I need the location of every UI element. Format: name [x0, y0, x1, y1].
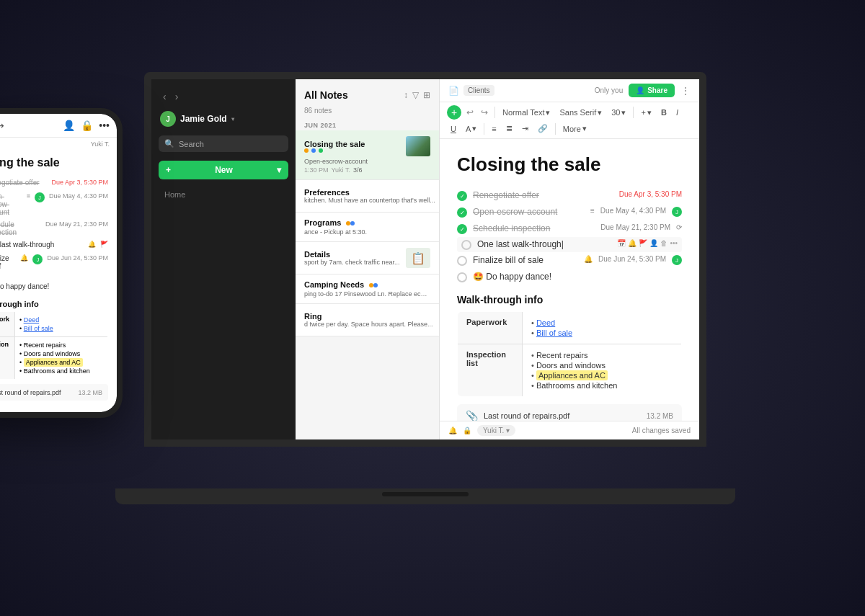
format-button[interactable]: + ▾	[637, 106, 655, 120]
add-content-button[interactable]: +	[447, 105, 461, 120]
footer-user[interactable]: Yuki T. ▾	[477, 425, 515, 436]
search-button[interactable]: 🔍 Search	[159, 135, 288, 152]
list-item[interactable]: Preferences kitchen. Must have an counte…	[296, 180, 439, 213]
table-cell-label: Paperwork	[458, 312, 523, 344]
bullet-list-button[interactable]: ≡	[488, 122, 500, 135]
font-size-button[interactable]: 30 ▾	[608, 106, 629, 120]
task-item[interactable]: 🤩 Do happy dance!	[0, 280, 108, 294]
underline-button[interactable]: U	[447, 122, 460, 135]
task-item[interactable]: One last walk-through| 📅 🔔 🚩 👤 🗑 •••	[457, 237, 682, 252]
calendar-icon[interactable]: 📅	[617, 239, 626, 247]
task-checkbox[interactable]	[457, 272, 467, 282]
task-item[interactable]: ✓ Schedule inspection Due May 21, 2:30 P…	[457, 220, 682, 237]
table-row: Inspection list Recent repairs Doors and…	[0, 337, 108, 380]
list-item[interactable]: Programs ance - Pickup at 5:30.	[296, 213, 439, 242]
phone-note-title: Closing the sale	[0, 156, 108, 169]
color-button[interactable]: A ▾	[462, 122, 480, 135]
grid-icon[interactable]: ⊞	[423, 90, 430, 100]
note-thumbnail	[406, 136, 430, 156]
filter-icon[interactable]: ▽	[412, 90, 419, 100]
text-style-button[interactable]: Normal Text ▾	[499, 106, 554, 120]
note-preview: d twice per day. Space hours apart. Plea…	[304, 321, 432, 328]
format-icon: +	[641, 108, 645, 117]
sync-icon: ⟳	[676, 223, 682, 231]
color-icon: A	[466, 125, 471, 133]
list-item: Doors and windows	[19, 349, 103, 358]
task-item[interactable]: ✓ Renegotiate offer Due Apr 3, 5:30 PM	[0, 177, 108, 190]
file-name: Last round of repairs.pdf	[484, 411, 641, 420]
sidebar-item-home[interactable]: Home	[159, 187, 288, 202]
table-cell-label: Paperwork	[0, 312, 15, 337]
only-you-text: Only you	[595, 86, 623, 94]
deed-link[interactable]: Deed	[24, 316, 40, 323]
bell-icon[interactable]: 🔔	[628, 239, 636, 247]
user-icon[interactable]: 👤	[649, 239, 658, 247]
user-tag: Yuki T.	[91, 140, 110, 148]
bold-button[interactable]: B	[657, 106, 670, 119]
task-text: Open-escrow-account	[0, 192, 21, 216]
flag-icon: 🚩	[100, 241, 108, 248]
task-checkbox[interactable]: ✓	[457, 224, 467, 234]
task-checkbox[interactable]	[457, 256, 467, 266]
task-text: Schedule inspection	[0, 220, 41, 236]
task-item[interactable]: One last walk-through 🔔 🚩	[0, 238, 108, 252]
back-button[interactable]: ‹	[160, 89, 169, 104]
file-attachment[interactable]: 📎 Last round of repairs.pdf 13.2 MB	[457, 404, 682, 421]
flag-icon[interactable]: 🚩	[639, 239, 647, 247]
deed-link[interactable]: Deed	[536, 318, 555, 327]
more-icon[interactable]: •••	[670, 239, 678, 247]
redo-button[interactable]: ↪	[478, 106, 491, 119]
section-title: Walk-through info	[457, 294, 682, 305]
ordered-list-button[interactable]: ≣	[502, 122, 516, 135]
more-button[interactable]: More ▾	[559, 122, 590, 135]
task-item[interactable]: ✓ Schedule inspection Due May 21, 2:30 P…	[0, 218, 108, 238]
list-item[interactable]: Ring d twice per day. Space hours apart.…	[296, 304, 439, 336]
font-button[interactable]: Sans Serif ▾	[556, 106, 606, 120]
new-note-button[interactable]: + New ▾	[159, 161, 288, 179]
table-cell-content: Deed Bill of sale	[15, 312, 108, 337]
phone-clients-tag: 📄 Clients Yuki T.	[0, 138, 117, 151]
task-actions: 📅 🔔 🚩 👤 🗑 •••	[617, 239, 678, 247]
notes-panel: All Notes ↕ ▽ ⊞ 86 notes JUN 2021	[296, 79, 440, 439]
list-item[interactable]: Camping Needs ping to-do 17 Pinsewood Ln…	[296, 274, 439, 304]
table-row: Inspection list Recent repairs Doors and…	[458, 344, 682, 397]
task-item[interactable]: ✓ Open-escrow-account ≡ J Due May 4, 4:3…	[0, 190, 108, 218]
forward-button[interactable]: ›	[172, 89, 182, 104]
chevron-down-icon: ▾	[647, 108, 652, 117]
list-item[interactable]: Closing the sale Open-	[296, 130, 439, 180]
link-button[interactable]: 🔗	[534, 122, 551, 135]
task-item[interactable]: 🤩 Do happy dance!	[457, 269, 682, 285]
sidebar-user[interactable]: J Jamie Gold ▾	[151, 107, 296, 131]
more-options-icon[interactable]: •••	[99, 120, 110, 131]
redo-icon[interactable]: ↪	[0, 120, 4, 131]
clients-tag[interactable]: Clients	[463, 85, 494, 96]
task-item[interactable]: Finalize bill of sale 🔔 Due Jun 24, 5:30…	[457, 252, 682, 269]
trash-icon[interactable]: 🗑	[660, 239, 667, 247]
person-icon[interactable]: 👤	[63, 120, 75, 131]
task-item[interactable]: ✓ Renegotiate offer Due Apr 3, 5:30 PM	[457, 187, 682, 204]
indent-button[interactable]: ⇥	[518, 122, 532, 135]
more-options-icon[interactable]: ⋮	[680, 85, 691, 97]
phone-screen: ✓ ↩ ↪ 👤 🔒 ••• 📄 Clients Yuki T. Closin	[0, 114, 117, 412]
share-button[interactable]: 👤 Share	[629, 84, 675, 97]
task-checkbox[interactable]	[461, 240, 471, 250]
file-attachment[interactable]: 📎 Last round of repairs.pdf 13.2 MB	[0, 384, 108, 401]
task-checkbox[interactable]: ✓	[457, 207, 467, 218]
task-due: Due May 21, 2:30 PM	[45, 220, 108, 228]
bill-of-sale-link[interactable]: Bill of sale	[24, 325, 53, 332]
list-item[interactable]: Details sport by 7am. check traffic near…	[296, 242, 439, 274]
bell-footer-icon[interactable]: 🔔	[448, 427, 457, 434]
lock-footer-icon[interactable]: 🔒	[463, 427, 471, 434]
lock-icon[interactable]: 🔒	[81, 120, 93, 131]
bill-of-sale-link[interactable]: Bill of sale	[536, 329, 572, 337]
outside-label: Outside	[0, 405, 108, 412]
avatar: J	[160, 111, 176, 127]
sort-icon[interactable]: ↕	[404, 90, 408, 100]
note-title: Closing the sale	[304, 140, 365, 148]
undo-button[interactable]: ↩	[463, 106, 476, 119]
task-indicator: ≡	[590, 207, 595, 215]
task-item[interactable]: ✓ Open-escrow-account ≡ Due May 4, 4:30 …	[457, 204, 682, 220]
italic-button[interactable]: I	[673, 106, 682, 119]
task-checkbox[interactable]: ✓	[457, 191, 467, 201]
task-item[interactable]: Finalize bill of sale 🔔 J Due Jun 24, 5:…	[0, 252, 108, 280]
